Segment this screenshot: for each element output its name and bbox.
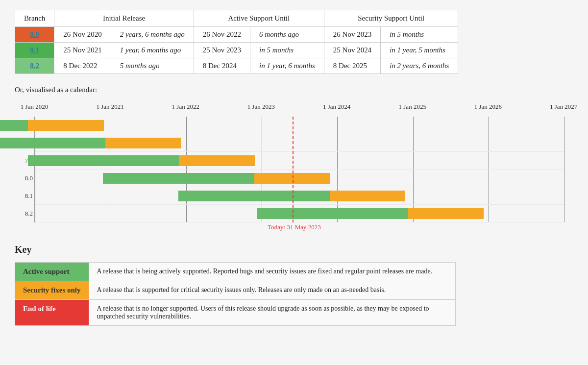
branch-cell[interactable]: 8.2 (15, 58, 54, 74)
active-rel: in 5 months (250, 43, 324, 58)
chart-year-label: 1 Jan 2027 (550, 103, 577, 111)
chart-row-label: 8.0 (16, 174, 33, 182)
chart-year-label: 1 Jan 2026 (474, 103, 502, 111)
chart-year-label: 1 Jan 2023 (247, 103, 275, 111)
security-fixes-bar (105, 138, 181, 148)
security-rel: in 5 months (381, 27, 458, 43)
security-rel: in 1 year, 5 months (381, 43, 458, 58)
initial-rel: 5 months ago (111, 58, 194, 74)
chart-row-label: 8.2 (16, 210, 33, 218)
security-fixes-bar (408, 208, 484, 219)
active-support-bar (0, 138, 105, 148)
chart-year-label: 1 Jan 2025 (399, 103, 426, 111)
initial-rel: 2 years, 6 months ago (111, 27, 194, 43)
today-label: Today: 31 May 2023 (268, 223, 321, 231)
chart-row: 7.2 (35, 117, 564, 134)
chart-year-label: 1 Jan 2020 (21, 103, 48, 111)
active-support-bar (0, 120, 28, 131)
col-security: Security Support Until (324, 10, 458, 27)
key-description: A release that is supported for critical… (89, 281, 456, 300)
active-support-bar (257, 208, 408, 219)
active-support-bar (103, 173, 254, 184)
key-label: Security fixes only (15, 281, 89, 300)
key-row: End of life A release that is no longer … (15, 300, 456, 326)
security-fixes-bar (179, 155, 254, 166)
table-row: 8.2 8 Dec 2022 5 months ago 8 Dec 2024 i… (15, 58, 458, 74)
table-row: 8.0 26 Nov 2020 2 years, 6 months ago 26… (15, 27, 458, 43)
branch-cell[interactable]: 8.0 (15, 27, 54, 43)
table-row: 8.1 25 Nov 2021 1 year, 6 months ago 25 … (15, 43, 458, 58)
initial-date: 8 Dec 2022 (54, 58, 111, 74)
active-support-bar (178, 191, 329, 201)
key-description: A release that is no longer supported. U… (89, 300, 456, 326)
chart-row: 8.0 (35, 170, 564, 187)
col-initial: Initial Release (54, 10, 194, 27)
active-date: 25 Nov 2023 (194, 43, 250, 58)
key-section: Key Active support A release that is bei… (15, 244, 573, 326)
security-fixes-bar (330, 191, 406, 201)
security-fixes-bar (28, 120, 104, 131)
calendar-chart: 1 Jan 20201 Jan 20211 Jan 20221 Jan 2023… (15, 103, 573, 232)
chart-row: 7.3 (35, 134, 564, 152)
chart-row-label: 8.1 (16, 192, 33, 200)
chart-row: 7.4 (35, 152, 564, 170)
key-row: Security fixes only A release that is su… (15, 281, 456, 300)
key-label: Active support (15, 263, 89, 281)
chart-row: 8.2 (35, 205, 564, 222)
key-title: Key (15, 244, 573, 255)
chart-row: 8.1 (35, 187, 564, 205)
col-branch: Branch (15, 10, 54, 27)
branch-cell[interactable]: 8.1 (15, 43, 54, 58)
active-support-bar (28, 155, 179, 166)
security-date: 26 Nov 2023 (324, 27, 380, 43)
releases-table: Branch Initial Release Active Support Un… (15, 10, 458, 74)
chart-year-label: 1 Jan 2024 (323, 103, 350, 111)
key-label: End of life (15, 300, 89, 326)
active-date: 26 Nov 2022 (194, 27, 250, 43)
active-date: 8 Dec 2024 (194, 58, 250, 74)
security-rel: in 2 years, 6 months (381, 58, 458, 74)
chart-year-label: 1 Jan 2021 (96, 103, 123, 111)
chart-vline (564, 117, 564, 222)
col-active: Active Support Until (194, 10, 324, 27)
initial-date: 26 Nov 2020 (54, 27, 111, 43)
active-rel: in 1 year, 6 months (250, 58, 324, 74)
security-fixes-bar (254, 173, 330, 184)
security-date: 8 Dec 2025 (324, 58, 380, 74)
key-row: Active support A release that is being a… (15, 263, 456, 281)
key-description: A release that is being actively support… (89, 263, 456, 281)
key-table: Active support A release that is being a… (15, 262, 456, 326)
chart-year-label: 1 Jan 2022 (172, 103, 199, 111)
initial-date: 25 Nov 2021 (54, 43, 111, 58)
today-vline (293, 117, 294, 222)
security-date: 25 Nov 2024 (324, 43, 380, 58)
active-rel: 6 months ago (250, 27, 324, 43)
initial-rel: 1 year, 6 months ago (111, 43, 194, 58)
or-line: Or, visualised as a calendar: (15, 86, 573, 94)
